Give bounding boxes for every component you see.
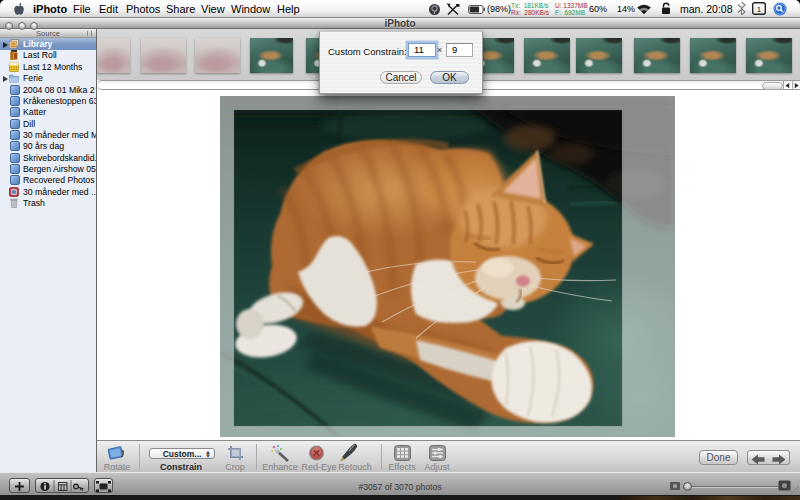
svg-text:1: 1 [757, 5, 762, 14]
